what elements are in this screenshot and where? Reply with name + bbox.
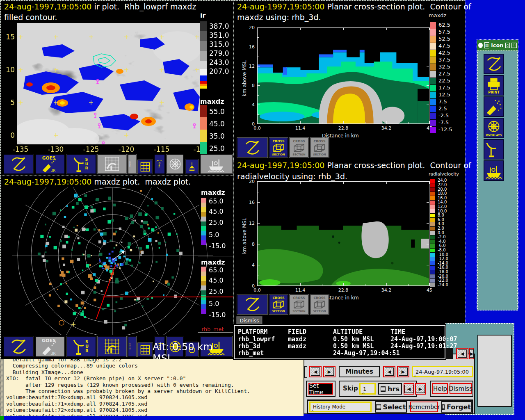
reflectivity-cell [130,215,133,218]
satellite-button[interactable] [484,96,504,117]
colorbar-segment [201,285,206,290]
reflectivity-cell [104,320,107,323]
datetime-field[interactable]: 24-Aug-97,19:05:00 [412,366,473,377]
colorbar-segment [201,304,206,309]
cross-radial-contours [258,182,429,285]
ir-satellite-image[interactable] [17,23,200,144]
x-tick-mark [429,181,430,184]
icon-window-titlebar[interactable]: ▤ icon ○ ⎕ [477,40,518,50]
reflectivity-cell [124,324,127,326]
z-logo-button[interactable] [237,138,267,158]
window-doc-icon[interactable]: ▤ [484,42,490,48]
sur-button[interactable]: SUR [66,154,96,174]
reflectivity-cell [155,240,158,242]
select-menu-button[interactable]: Select [375,401,407,413]
bounds-button[interactable]: BOUNDS [128,154,136,174]
y-minor-tick [257,76,259,76]
colorbar-segment [201,212,206,217]
grid-radar-button[interactable] [98,336,126,357]
remember-button[interactable]: Remember [410,402,438,412]
ppi-colorbar2-label: maxdz [201,258,225,266]
z-logo-button[interactable] [237,294,267,314]
colorbar-tick: -24.0 [438,283,448,287]
cross-section-button[interactable]: CROSS SECTION [310,294,329,314]
cross-section-button[interactable]: CROSS SECTION [269,138,288,158]
colorbar-tick: 12.5 [438,91,450,98]
overlays-button[interactable]: OVERLAYS [484,118,504,138]
z-logo-button[interactable] [3,336,34,357]
buoy-button[interactable] [185,159,199,174]
ppi-colorbar1-label: maxdz [201,189,225,196]
clipped-arrow-right3[interactable]: ▶ [469,348,474,359]
velocity-core-cell [112,260,115,262]
dismiss-button[interactable]: Dismiss [237,317,262,324]
history-mode-field[interactable]: History Mode [309,402,372,412]
minutes-button[interactable]: Minutes [339,366,380,377]
y-tick-label: 12 [247,64,255,69]
print-button[interactable]: PRINT [484,75,504,96]
set-time-label: Set Time [309,382,332,395]
ship-icon [201,155,232,173]
time-forward-button[interactable]: ▶ [397,366,409,377]
menu-icon [442,404,445,410]
skip-forward-button[interactable]: ▶ [415,383,426,395]
reflectivity-cell [57,289,58,290]
velocity-core-cell [121,263,123,265]
bounds-button[interactable]: BOUNDS [128,336,136,357]
map-button[interactable]: MAP [154,154,165,174]
reflectivity-cell [161,207,164,210]
forget-menu-button[interactable]: Forget [441,401,472,413]
goes-ir-button[interactable]: GOES .IR [35,336,65,357]
svg-text:.IR: .IR [51,352,56,356]
colorbar-tick: -12.5 [438,126,452,132]
reflectivity-cell [78,242,81,244]
help-button[interactable]: Help [432,383,448,394]
polar-grid-button[interactable] [167,154,184,174]
colorbar-tick: 5.0 [209,231,219,239]
sur-button[interactable] [484,139,504,160]
cross-radial-plotbox[interactable] [257,181,429,286]
skip-back-button[interactable]: ◀ [404,383,414,395]
dialog-dismiss-button[interactable]: Dismiss [450,383,472,394]
reflectivity-cell [89,264,91,266]
cross-section-button[interactable]: CROSS SECTION [269,294,288,314]
x-tick-mark [429,121,430,124]
set-time-button[interactable]: Set Time [308,383,333,395]
ship-button[interactable] [200,154,232,174]
goes-ir-button[interactable]: GOES .IR [35,154,65,174]
minutes-back-button[interactable]: ◀ [309,366,322,377]
reflectivity-cell [166,254,168,256]
x-tick-label: 0.0 [249,288,265,293]
z-logo-button[interactable] [484,54,504,74]
ppi-radar-display[interactable] [1,187,233,335]
cross-section-button[interactable]: CROSS SECTION [290,138,308,158]
small-grid-button[interactable] [138,160,153,174]
window-menu-icon[interactable] [478,43,483,48]
window-iconify-icon[interactable]: ○ [505,43,510,48]
colorbar-tick: -22.0 [438,278,448,283]
grid-radar-button[interactable] [98,154,126,174]
reflectivity-cell [116,244,117,246]
sur-icon [484,140,503,159]
window-zoom-icon[interactable]: ⎕ [511,43,517,48]
clipped-arrow-left3[interactable]: ◀ [456,348,468,359]
colorbar-segment [430,279,435,283]
x-minor-tick [322,122,322,124]
x-tick-label: 0.0 [249,126,265,131]
terminal-scrollbar[interactable] [0,359,4,416]
z-logo-button[interactable] [3,154,34,174]
cross-section-button[interactable]: CROSS SECTION [310,138,329,158]
xterm-window[interactable]: Default gamma for RGB image is 2.2 Compr… [0,359,304,416]
small-grid-button[interactable] [138,343,153,357]
units-menu-button[interactable]: hrs [378,383,402,395]
cross-maxdz-plotbox[interactable] [257,27,429,124]
sur-button[interactable]: SUR [66,336,96,357]
reflectivity-cell [71,249,73,251]
row-bracket [304,366,307,378]
time-back-button[interactable]: ◀ [383,366,395,377]
cross-section-button[interactable]: CROSS SECTION [290,294,308,314]
colorbar-segment [430,214,435,218]
minutes-forward-button[interactable]: ▶ [323,366,336,377]
ship-button[interactable] [484,160,504,181]
svg-text:MAP: MAP [159,162,161,168]
